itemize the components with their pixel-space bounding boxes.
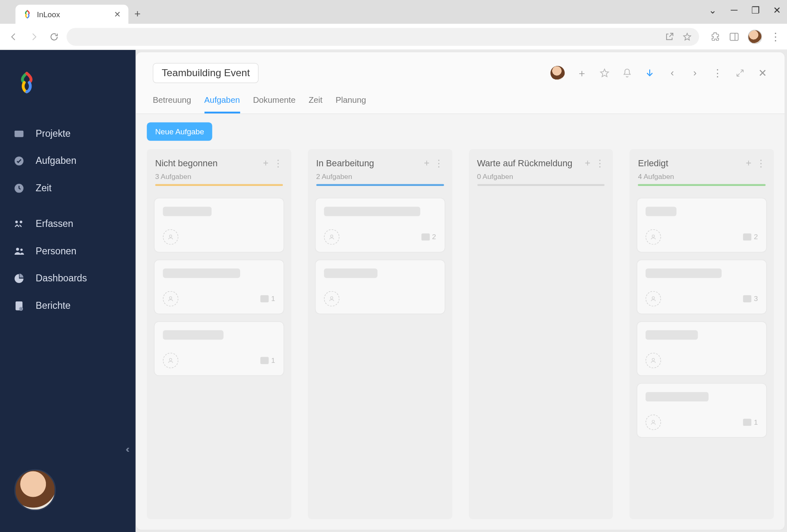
column-title: Warte auf Rückmeldung [477, 158, 580, 168]
browser-menu-icon[interactable]: ⋮ [770, 30, 781, 43]
nav-reload-icon[interactable] [46, 29, 62, 44]
comment-icon [260, 295, 268, 302]
svg-rect-0 [730, 33, 738, 40]
next-arrow-icon[interactable]: › [689, 68, 700, 78]
svg-point-15 [169, 358, 172, 361]
project-title[interactable]: Teambuilding Event [153, 63, 259, 83]
sidepanel-icon[interactable] [729, 31, 739, 42]
task-title-placeholder [324, 207, 420, 216]
tab-favicon-icon [23, 9, 32, 19]
task-card[interactable]: 2 [637, 198, 767, 252]
chevron-down-icon[interactable]: ⌄ [707, 5, 718, 16]
tab-dokumente[interactable]: Dokumente [253, 91, 296, 113]
sidebar-item-label: Personen [36, 246, 76, 256]
add-member-icon[interactable]: ＋ [577, 68, 587, 78]
close-panel-icon[interactable]: ✕ [757, 68, 768, 78]
assignee-placeholder-icon[interactable] [646, 353, 661, 368]
browser-profile-avatar[interactable] [748, 29, 762, 44]
column-menu-icon[interactable]: ⋮ [756, 157, 766, 169]
tab-betreuung[interactable]: Betreuung [153, 91, 191, 113]
column-add-icon[interactable]: + [424, 158, 430, 168]
svg-point-9 [20, 249, 23, 251]
assignee-placeholder-icon[interactable] [646, 229, 661, 245]
comment-icon [743, 295, 751, 302]
sidebar-item-projekte[interactable]: Projekte [0, 120, 136, 147]
column-title: In Bearbeitung [316, 158, 419, 168]
nav-forward-icon[interactable] [26, 29, 42, 44]
column-menu-icon[interactable]: ⋮ [273, 157, 283, 169]
comment-icon [260, 357, 268, 364]
comment-count: 2 [421, 233, 436, 241]
svg-point-8 [16, 248, 19, 251]
assignee-placeholder-icon[interactable] [163, 229, 178, 245]
task-card[interactable] [154, 198, 284, 252]
task-card[interactable]: 3 [637, 260, 767, 314]
column-add-icon[interactable]: + [585, 158, 591, 168]
svg-point-6 [15, 221, 18, 223]
tab-zeit[interactable]: Zeit [309, 91, 323, 113]
project-tabs: Betreuung Aufgaben Dokumente Zeit Planun… [153, 91, 768, 113]
comment-count: 2 [743, 233, 758, 241]
browser-toolbar: ⋮ [0, 24, 787, 50]
new-task-button[interactable]: Neue Aufgabe [147, 122, 212, 141]
notification-bell-icon[interactable] [622, 68, 632, 78]
svg-point-21 [652, 420, 655, 423]
browser-tab[interactable]: InLoox ✕ [16, 5, 129, 24]
nav-back-icon[interactable] [6, 29, 22, 44]
assignee-placeholder-icon[interactable] [646, 291, 661, 307]
tab-aufgaben[interactable]: Aufgaben [204, 91, 240, 113]
column-title: Erledigt [638, 158, 741, 168]
assignee-placeholder-icon[interactable] [324, 291, 339, 307]
column-count: 4 Aufgaben [638, 172, 765, 181]
window-close-icon[interactable]: ✕ [771, 5, 782, 16]
column-title: Nicht begonnen [155, 158, 258, 168]
column-add-icon[interactable]: + [263, 158, 269, 168]
task-card[interactable]: 1 [154, 260, 284, 314]
pie-chart-icon [12, 272, 26, 286]
task-card[interactable] [637, 321, 767, 376]
sidebar-item-dashboards[interactable]: Dashboards [0, 265, 136, 292]
sidebar-item-label: Aufgaben [36, 156, 76, 166]
sidebar-item-aufgaben[interactable]: Aufgaben [0, 147, 136, 175]
more-menu-icon[interactable]: ⋮ [712, 68, 723, 78]
svg-point-17 [330, 297, 333, 299]
assignee-placeholder-icon[interactable] [163, 353, 178, 368]
sidebar-collapse-icon[interactable]: ‹‹ [125, 444, 127, 455]
url-field[interactable] [66, 27, 699, 45]
tab-close-icon[interactable]: ✕ [114, 9, 121, 19]
task-card[interactable]: 1 [154, 321, 284, 376]
kanban-column: Erledigt + ⋮ 4 Aufgaben 2 3 [630, 149, 774, 519]
task-card[interactable] [315, 260, 445, 314]
sidebar-item-zeit[interactable]: Zeit [0, 174, 136, 202]
task-card[interactable]: 1 [637, 383, 767, 437]
task-card[interactable]: 2 [315, 198, 445, 252]
assignee-placeholder-icon[interactable] [163, 291, 178, 307]
column-menu-icon[interactable]: ⋮ [595, 157, 605, 169]
sidebar-user-avatar[interactable] [14, 469, 56, 511]
column-add-icon[interactable]: + [746, 158, 752, 168]
tab-planung[interactable]: Planung [336, 91, 366, 113]
extensions-icon[interactable] [710, 31, 721, 42]
window-maximize-icon[interactable]: ❐ [750, 5, 761, 16]
prev-arrow-icon[interactable]: ‹ [667, 68, 678, 78]
task-title-placeholder [646, 268, 722, 278]
assignee-placeholder-icon[interactable] [324, 229, 339, 245]
sidebar-item-personen[interactable]: Personen [0, 238, 136, 265]
sidebar-item-label: Projekte [36, 128, 71, 139]
member-avatar[interactable] [550, 66, 565, 80]
bookmark-star-icon[interactable] [682, 32, 692, 41]
sidebar-item-erfassen[interactable]: Erfassen [0, 210, 136, 238]
collapse-panel-icon[interactable] [735, 68, 745, 78]
download-arrow-icon[interactable] [644, 68, 655, 78]
sidebar-item-label: Zeit [36, 183, 52, 194]
column-menu-icon[interactable]: ⋮ [434, 157, 444, 169]
svg-point-13 [169, 235, 172, 238]
share-icon[interactable] [664, 32, 674, 41]
assignee-placeholder-icon[interactable] [646, 414, 661, 430]
kanban-column: Warte auf Rückmeldung + ⋮ 0 Aufgaben [469, 149, 613, 519]
sidebar-item-berichte[interactable]: i Berichte [0, 292, 136, 319]
favorite-star-icon[interactable] [599, 68, 610, 78]
window-minimize-icon[interactable]: ─ [729, 5, 739, 16]
new-tab-button[interactable]: + [134, 8, 141, 20]
task-title-placeholder [646, 330, 698, 340]
